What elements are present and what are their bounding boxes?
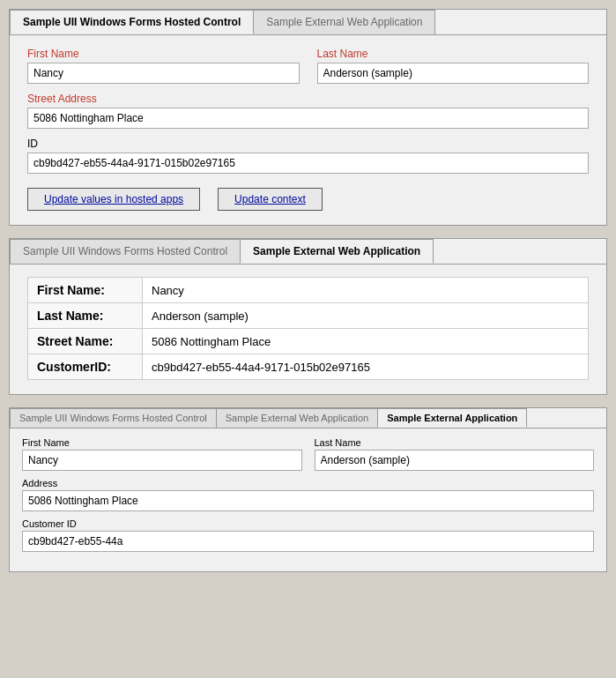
panel-1-row-name: First Name Last Name (27, 48, 589, 84)
panel-1-tab-windows-forms[interactable]: Sample UII Windows Forms Hosted Control (10, 10, 254, 34)
panel-2: Sample UII Windows Forms Hosted Control … (9, 238, 607, 395)
table-cell-street-label: Street Name: (28, 329, 143, 354)
table-row: First Name: Nancy (28, 278, 589, 303)
panel-1-last-name-input[interactable] (317, 63, 590, 84)
panel-3-lastname-group: Last Name (315, 437, 595, 471)
panel-1-last-name-group: Last Name (317, 48, 590, 84)
panel-1-tab-bar: Sample UII Windows Forms Hosted Control … (10, 10, 606, 35)
panel-3-tab-external-web[interactable]: Sample External Web Application (216, 408, 378, 428)
panel-1-first-name-input[interactable] (27, 63, 300, 84)
panel-1-street-input[interactable] (27, 108, 589, 129)
panel-3-tab-external-app[interactable]: Sample External Application (377, 408, 527, 428)
panel-3-row-address: Address (22, 478, 594, 511)
panel-1-last-name-label: Last Name (317, 48, 590, 60)
panel-1-tab-external-web[interactable]: Sample External Web Application (253, 10, 435, 34)
panel-1-row-street: Street Address (27, 93, 589, 129)
table-row: Street Name: 5086 Nottingham Place (28, 329, 589, 354)
panel-1-id-label: ID (27, 138, 589, 150)
panel-3-address-input[interactable] (22, 490, 594, 511)
panel-1-first-name-label: First Name (27, 48, 300, 60)
panel-3-address-group: Address (22, 478, 594, 511)
panel-3-body: First Name Last Name Address Customer ID (10, 428, 606, 571)
panel-1-id-group: ID (27, 138, 589, 174)
table-cell-street-value: 5086 Nottingham Place (143, 329, 589, 354)
panel-2-body: First Name: Nancy Last Name: Anderson (s… (10, 264, 606, 394)
panel-3-row-customerid: Customer ID (22, 518, 594, 552)
update-context-button[interactable]: Update context (218, 188, 323, 211)
table-cell-customerid-label: CustomerID: (28, 354, 143, 380)
panel-2-tab-bar: Sample UII Windows Forms Hosted Control … (10, 239, 606, 264)
table-cell-lastname-value: Anderson (sample) (143, 303, 589, 329)
panel-2-tab-windows-forms[interactable]: Sample UII Windows Forms Hosted Control (10, 239, 241, 264)
panel-2-tab-external-web[interactable]: Sample External Web Application (240, 239, 434, 264)
panel-3-firstname-label: First Name (22, 437, 302, 448)
table-row: CustomerID: cb9bd427-eb55-44a4-9171-015b… (28, 354, 589, 380)
table-cell-firstname-value: Nancy (143, 278, 589, 303)
table-cell-customerid-value: cb9bd427-eb55-44a4-9171-015b02e97165 (143, 354, 589, 380)
panel-3-lastname-input[interactable] (315, 450, 595, 471)
panel-3-lastname-label: Last Name (315, 437, 595, 448)
panel-3-address-label: Address (22, 478, 594, 488)
panel-1-street-group: Street Address (27, 93, 589, 129)
panel-1-street-label: Street Address (27, 93, 589, 105)
panel-3-tab-bar: Sample UII Windows Forms Hosted Control … (10, 408, 606, 428)
panel-1-body: First Name Last Name Street Address ID U… (10, 35, 606, 225)
panel-3-customerid-label: Customer ID (22, 518, 594, 529)
panel-3-firstname-group: First Name (22, 437, 302, 471)
table-cell-lastname-label: Last Name: (28, 303, 143, 329)
panel-3-firstname-input[interactable] (22, 450, 302, 471)
panel-1-row-id: ID (27, 138, 589, 174)
panel-3-tab-windows-forms[interactable]: Sample UII Windows Forms Hosted Control (10, 408, 217, 428)
panel-3-row-name: First Name Last Name (22, 437, 594, 471)
panel-1-button-row: Update values in hosted apps Update cont… (27, 188, 589, 211)
update-apps-button[interactable]: Update values in hosted apps (27, 188, 200, 211)
table-cell-firstname-label: First Name: (28, 278, 143, 303)
panel-3: Sample UII Windows Forms Hosted Control … (9, 407, 607, 572)
table-row: Last Name: Anderson (sample) (28, 303, 589, 329)
info-table: First Name: Nancy Last Name: Anderson (s… (27, 277, 589, 380)
panel-1-id-input[interactable] (27, 153, 589, 174)
panel-1: Sample UII Windows Forms Hosted Control … (9, 9, 607, 226)
panel-3-customerid-group: Customer ID (22, 518, 594, 552)
panel-1-first-name-group: First Name (27, 48, 300, 84)
panel-3-customerid-input[interactable] (22, 531, 594, 552)
